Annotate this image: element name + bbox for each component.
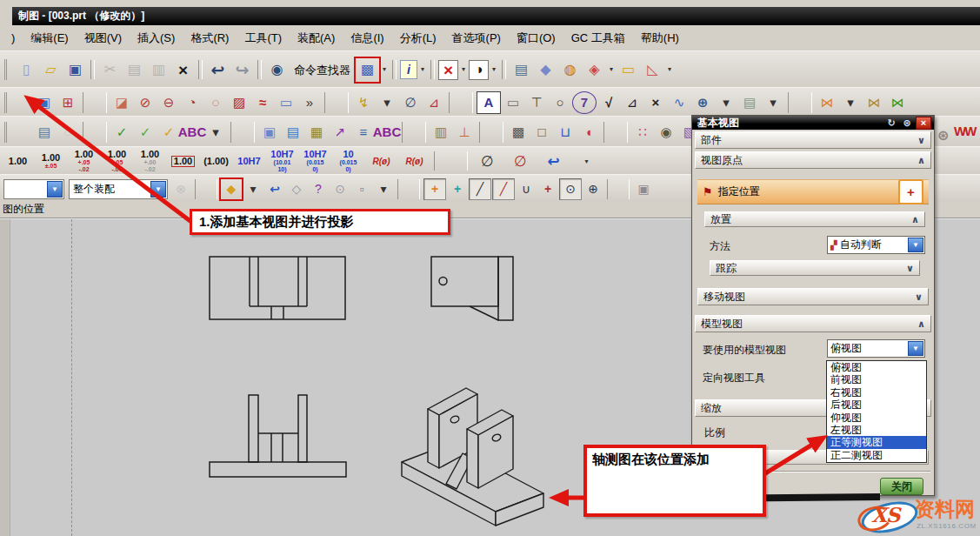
cylinder-dim-icon[interactable]: ∅ — [399, 92, 422, 113]
separator[interactable] — [603, 122, 628, 143]
update-view-icon[interactable]: ▭ — [275, 92, 297, 113]
paste-icon[interactable]: ▥ — [147, 58, 170, 82]
dropdown-caret-icon[interactable]: ▾ — [665, 58, 674, 82]
cube-icon[interactable]: ▣ — [633, 179, 654, 199]
chevron-down-icon[interactable]: ∨ — [906, 263, 914, 274]
save-icon[interactable]: ▣ — [63, 58, 87, 82]
separator[interactable] — [90, 60, 95, 79]
separator[interactable] — [607, 179, 630, 199]
separator[interactable] — [392, 60, 397, 79]
command-finder-label[interactable]: 命令查找器 — [290, 58, 355, 82]
chevron-down-icon[interactable]: ▼ — [908, 238, 923, 252]
toolbar-grip[interactable] — [4, 59, 11, 80]
snap-intersection-icon[interactable]: + — [537, 179, 558, 199]
dim-search-icon[interactable]: ◉ — [655, 122, 677, 143]
arrow-wrench-icon[interactable]: ↗ — [329, 122, 351, 143]
standard-views-icon[interactable]: ⊞ — [57, 92, 79, 113]
menu-preferences[interactable]: 首选项(P) — [444, 28, 509, 49]
dim-style-lower[interactable]: 1.00 +.00 -.02 — [134, 150, 166, 172]
option-left-view[interactable]: 左视图 — [827, 424, 926, 436]
dim-style-bilateral[interactable]: 1.00 +.05 -.02 — [68, 150, 100, 172]
diameter-arrow-icon[interactable]: ∅ — [504, 157, 537, 166]
section-placement[interactable]: 放置 ∧ — [704, 211, 925, 227]
pin-check-icon[interactable]: ✓ — [134, 122, 157, 143]
dropdown-caret-icon[interactable]: ▾ — [459, 58, 468, 82]
delete-icon[interactable]: × — [171, 58, 195, 82]
return-arrow-icon[interactable]: ↩ — [537, 157, 570, 166]
separator[interactable] — [397, 179, 420, 199]
dropdown-caret-icon[interactable]: ▾ — [762, 92, 784, 113]
option-dimetric-view[interactable]: 正二测视图 — [827, 449, 926, 461]
material-icon[interactable]: ◆ — [534, 58, 557, 82]
open-folder-icon[interactable]: ▱ — [39, 58, 63, 82]
menu-fragment[interactable]: ) — [3, 29, 23, 47]
window-title-bar[interactable]: 制图 - [003.prt （修改的）] — [12, 7, 980, 25]
separator[interactable] — [479, 122, 503, 143]
measure-icon[interactable]: ▭ — [617, 58, 640, 82]
intersection-icon[interactable]: × — [644, 92, 667, 113]
dim-style-fit-tol[interactable]: 10H7 (0.015 0) — [299, 150, 331, 172]
dialog-close-icon[interactable]: × — [916, 117, 931, 130]
gear-fragment-icon[interactable]: ⊛ — [937, 127, 949, 144]
grid-points-icon[interactable]: ∷ — [631, 122, 654, 143]
info-icon[interactable]: i — [400, 60, 417, 79]
separator[interactable] — [83, 122, 107, 143]
break-view-icon[interactable]: ≈ — [251, 92, 274, 113]
quick-dim-icon[interactable]: ↯ — [352, 92, 375, 113]
dropdown-caret-icon[interactable]: ▾ — [380, 58, 389, 82]
menu-window[interactable]: 窗口(O) — [509, 28, 563, 49]
menu-info[interactable]: 信息(I) — [343, 28, 391, 49]
separator[interactable] — [402, 122, 426, 143]
section-tracking[interactable]: 跟踪 ∨ — [710, 260, 920, 276]
dropdown-caret-icon[interactable]: ▾ — [839, 92, 862, 113]
balloon-icon[interactable]: 7 — [572, 91, 597, 114]
move-component-icon[interactable]: ⋈ — [886, 92, 909, 113]
undo-icon[interactable]: ↩ — [206, 58, 230, 82]
option-bottom-view[interactable]: 仰视图 — [827, 412, 926, 424]
dropdown-caret-icon[interactable]: ▾ — [243, 179, 263, 199]
section-view-origin[interactable]: 视图原点 ∧ — [695, 151, 931, 169]
separator[interactable] — [257, 60, 262, 79]
marquee-icon[interactable]: ▫ — [351, 179, 372, 199]
return-icon[interactable]: ↩ — [264, 179, 285, 199]
help-select-icon[interactable]: ? — [308, 179, 329, 199]
dropdown-caret-icon[interactable]: ▾ — [490, 58, 498, 82]
label-icon[interactable]: ⊤ — [525, 92, 548, 113]
chevron-down-icon[interactable]: ∨ — [915, 291, 923, 303]
palette-icon[interactable]: ◍ — [558, 58, 582, 82]
snap-line-icon[interactable]: ╱ — [469, 178, 491, 200]
arc-tool-icon[interactable]: ◖ — [577, 122, 600, 143]
separator[interactable] — [434, 151, 468, 171]
dropdown-caret-icon[interactable]: ▾ — [607, 58, 616, 82]
separator[interactable] — [83, 92, 107, 113]
note-icon[interactable]: A — [477, 91, 501, 114]
gray-tool-icon[interactable]: ⊙ — [330, 179, 350, 199]
section-part[interactable]: 部件 ∨ — [695, 131, 931, 149]
copy-sheet-icon[interactable]: ▥ — [430, 122, 452, 143]
solid-box-icon[interactable]: ◇ — [286, 179, 307, 199]
sheet-stack-icon[interactable]: ▤ — [282, 122, 304, 143]
dropdown-caret-icon[interactable]: ▾ — [376, 92, 398, 113]
copy-icon[interactable]: ▤ — [123, 58, 146, 82]
section-view-icon[interactable]: ⊘ — [134, 92, 157, 113]
angle-dim-icon[interactable]: ⊿ — [423, 92, 445, 113]
option-right-view[interactable]: 右视图 — [827, 386, 926, 399]
dropdown-caret-icon[interactable]: ▾ — [715, 92, 737, 113]
toolbar-grip[interactable] — [4, 122, 30, 143]
curve-icon[interactable]: ∿ — [668, 92, 690, 113]
separator[interactable] — [788, 92, 812, 113]
chevron-down-icon[interactable]: ∨ — [917, 135, 925, 146]
numbered-list-icon[interactable]: ≡ — [352, 122, 375, 143]
chevron-up-icon[interactable]: ∧ — [911, 214, 919, 225]
dim-style-symmetric[interactable]: 1.00 ±.05 — [35, 153, 67, 170]
table-search-icon[interactable]: ▦ — [305, 122, 328, 143]
snap-midpoint-icon[interactable]: ╱ — [492, 178, 515, 200]
chevron-up-icon[interactable]: ∧ — [917, 318, 925, 330]
menu-assembly[interactable]: 装配(A) — [290, 28, 343, 49]
dialog-reset-icon[interactable]: ↻ — [884, 117, 898, 129]
option-back-view[interactable]: 后视图 — [827, 399, 926, 411]
toolbar-grip[interactable] — [4, 92, 30, 113]
dim-style-fit-limits[interactable]: 10H7 (10.01 10) — [266, 150, 298, 172]
separator[interactable] — [502, 60, 506, 79]
radius-leader-icon[interactable]: R(ø) — [365, 157, 397, 166]
